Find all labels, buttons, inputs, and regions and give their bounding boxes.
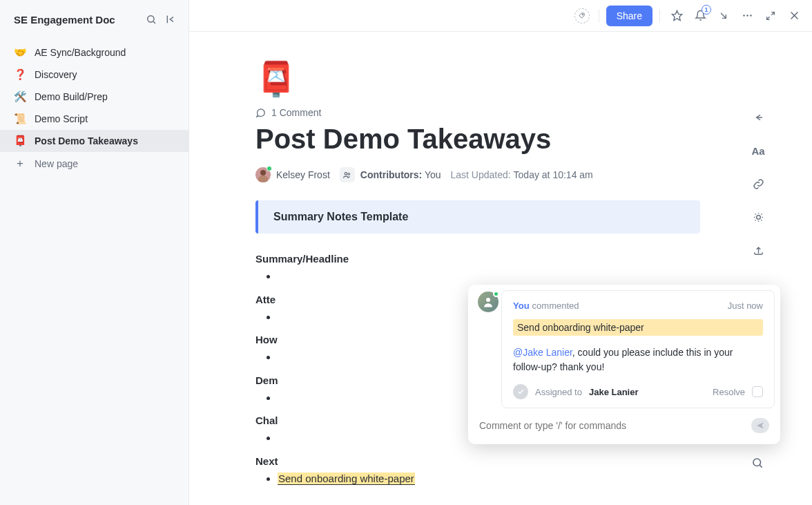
notification-badge: 1 [702, 5, 711, 15]
new-page-label: New page [35, 158, 78, 169]
comment-icon [255, 108, 266, 118]
sidebar-item-discovery[interactable]: ❓ Discovery [0, 64, 188, 86]
last-updated-value: Today at 10:14 am [514, 169, 593, 180]
comment-panel: Youcommented Just now Send onboarding wh… [468, 285, 780, 444]
share-button[interactable]: Share [606, 6, 652, 26]
scroll-icon: 📜 [14, 113, 26, 125]
handshake-icon: 🤝 [14, 46, 26, 59]
divider [599, 9, 599, 23]
comment-time: Just now [728, 301, 763, 311]
contributors-chip[interactable]: Contributors: You [340, 167, 441, 182]
page-title[interactable]: Post Demo Takeaways [255, 124, 700, 155]
sidebar-item-demo-script[interactable]: 📜 Demo Script [0, 108, 188, 130]
svg-point-0 [148, 16, 154, 22]
typography-button[interactable]: Aa [748, 141, 768, 160]
svg-point-7 [746, 15, 748, 17]
comment-input[interactable] [479, 420, 744, 431]
plus-icon: + [14, 157, 26, 171]
highlighted-text[interactable]: Send onboarding white-paper [278, 473, 415, 485]
favorite-button[interactable] [667, 6, 686, 26]
sidebar-item-ae-sync[interactable]: 🤝 AE Sync/Background [0, 41, 188, 64]
search-icon[interactable] [144, 12, 158, 26]
people-icon [340, 167, 355, 182]
list-item[interactable]: Send onboarding white-paper [278, 470, 700, 488]
contributors-label: Contributors: [360, 169, 422, 180]
svg-line-20 [760, 465, 762, 467]
comment-verb: commented [532, 301, 579, 311]
new-page-button[interactable]: + New page [0, 152, 188, 175]
last-updated: Last Updated: Today at 10:14 am [451, 169, 593, 180]
sidebar-item-label: Demo Script [35, 113, 88, 124]
send-comment-button[interactable] [751, 418, 769, 433]
svg-point-14 [348, 173, 350, 175]
settings-button[interactable] [748, 207, 768, 227]
tag-icon [574, 8, 590, 23]
download-button[interactable] [714, 6, 733, 26]
svg-marker-4 [672, 10, 682, 20]
contributors-value: You [425, 169, 441, 180]
list-item[interactable] [278, 267, 700, 285]
sidebar-item-post-demo[interactable]: 📮 Post Demo Takeaways [0, 130, 188, 152]
mention[interactable]: @Jake Lanier [513, 347, 572, 358]
svg-point-16 [756, 215, 760, 219]
owner-name: Kelsey Frost [276, 169, 330, 180]
comment-count-label: 1 Comment [271, 107, 321, 118]
more-menu-button[interactable] [737, 6, 757, 26]
assignee-name: Jake Lanier [589, 387, 639, 397]
svg-point-18 [486, 298, 490, 302]
svg-point-3 [582, 14, 583, 15]
sidebar-item-label: Discovery [35, 69, 77, 80]
export-button[interactable] [748, 240, 768, 260]
svg-point-13 [345, 172, 347, 174]
comment-body: @Jake Lanier, could you please include t… [513, 345, 763, 374]
close-button[interactable] [784, 6, 804, 26]
svg-line-1 [153, 21, 155, 23]
collapse-sidebar-icon[interactable] [164, 12, 177, 26]
check-circle-icon[interactable] [513, 384, 528, 399]
indent-button[interactable] [748, 108, 768, 127]
section-heading[interactable]: Summary/Headline [255, 253, 700, 265]
resolve-button[interactable]: Resolve [713, 387, 745, 397]
expand-button[interactable] [761, 6, 780, 26]
tools-icon: 🛠️ [14, 90, 26, 103]
sidebar-item-label: Post Demo Takeaways [35, 135, 138, 146]
assigned-to-label: Assigned to [535, 387, 582, 397]
link-button[interactable] [748, 174, 768, 193]
svg-point-8 [750, 15, 752, 17]
find-in-page-button[interactable] [751, 457, 765, 470]
notifications-button[interactable]: 1 [690, 6, 710, 26]
svg-point-19 [753, 459, 761, 466]
postbox-icon: 📮 [14, 135, 26, 147]
comment-highlighted-text: Send onboarding white-paper [513, 319, 763, 336]
comment-author: You [513, 301, 530, 311]
owner-chip[interactable]: Kelsey Frost [255, 167, 330, 182]
sidebar-item-label: AE Sync/Background [35, 47, 126, 58]
question-icon: ❓ [14, 68, 26, 81]
commenter-avatar [478, 292, 499, 312]
divider [659, 9, 660, 23]
sidebar-item-demo-build[interactable]: 🛠️ Demo Build/Prep [0, 86, 188, 108]
tag-button[interactable] [572, 6, 592, 26]
sidebar-item-label: Demo Build/Prep [35, 91, 108, 102]
last-updated-label: Last Updated: [451, 169, 511, 180]
sidebar-title: SE Engagement Doc [14, 14, 139, 26]
svg-point-6 [743, 15, 745, 17]
section-heading[interactable]: Next [255, 455, 700, 467]
comment-count-button[interactable]: 1 Comment [255, 107, 700, 118]
doc-emoji[interactable]: 📮 [255, 59, 297, 99]
resolve-checkbox[interactable] [752, 386, 763, 397]
callout-block[interactable]: Summary Notes Template [255, 200, 700, 234]
svg-line-5 [721, 13, 726, 18]
